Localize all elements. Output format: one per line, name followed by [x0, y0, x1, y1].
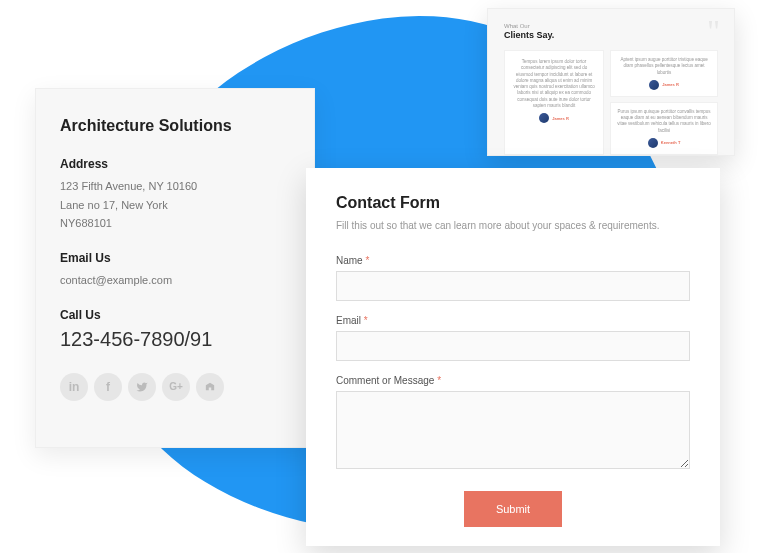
address-line2: Lane no 17, New York — [60, 196, 290, 215]
comment-textarea[interactable] — [336, 391, 690, 469]
contact-form-card: Contact Form Fill this out so that we ca… — [306, 168, 720, 546]
phone-label: Call Us — [60, 308, 290, 322]
facebook-icon[interactable]: f — [94, 373, 122, 401]
quote-icon: " — [707, 15, 720, 47]
testimonials-card: " What Our Clients Say. Tempus lorem ips… — [487, 8, 735, 156]
comment-field-group: Comment or Message * — [336, 375, 690, 473]
testimonial-1-text: Tempus lorem ipsum dolor tortor consecte… — [513, 59, 595, 109]
testimonial-2-text: Aptent ipsum augue porttitor tristique e… — [617, 57, 711, 76]
required-mark: * — [364, 315, 368, 326]
testimonial-1-author: James R — [513, 113, 595, 123]
avatar — [539, 113, 549, 123]
testimonial-1: Tempus lorem ipsum dolor tortor consecte… — [504, 50, 604, 155]
testimonials-title: Clients Say. — [504, 30, 718, 40]
avatar — [648, 138, 658, 148]
phone-value: 123-456-7890/91 — [60, 328, 290, 351]
avatar — [649, 80, 659, 90]
testimonials-header: What Our — [504, 23, 718, 29]
contact-form-title: Contact Form — [336, 194, 690, 212]
email-label: Email Us — [60, 251, 290, 265]
submit-button[interactable]: Submit — [464, 491, 562, 527]
email-value: contact@example.com — [60, 271, 290, 290]
address-section: Address 123 Fifth Avenue, NY 10160 Lane … — [60, 157, 290, 233]
name-field-group: Name * — [336, 255, 690, 301]
required-mark: * — [365, 255, 369, 266]
phone-section: Call Us 123-456-7890/91 — [60, 308, 290, 351]
twitter-icon[interactable] — [128, 373, 156, 401]
contact-form-subtitle: Fill this out so that we can learn more … — [336, 220, 690, 231]
author-name-2: James R — [662, 82, 678, 88]
name-label: Name * — [336, 255, 690, 266]
houzz-icon[interactable] — [196, 373, 224, 401]
email-input[interactable] — [336, 331, 690, 361]
testimonial-2-author: James R — [617, 80, 711, 90]
address-line3: NY688101 — [60, 214, 290, 233]
address-label: Address — [60, 157, 290, 171]
contact-info-card: Architecture Solutions Address 123 Fifth… — [35, 88, 315, 448]
email-section: Email Us contact@example.com — [60, 251, 290, 290]
social-icons-row: in f G+ — [60, 373, 290, 401]
address-line1: 123 Fifth Avenue, NY 10160 — [60, 177, 290, 196]
linkedin-icon[interactable]: in — [60, 373, 88, 401]
author-name-1: James R — [552, 116, 568, 122]
required-mark: * — [437, 375, 441, 386]
testimonial-3-author: Kenneth T — [617, 138, 711, 148]
testimonial-3: Purus ipsum quisque porttitor convallis … — [610, 102, 718, 155]
name-input[interactable] — [336, 271, 690, 301]
comment-label: Comment or Message * — [336, 375, 690, 386]
email-form-label: Email * — [336, 315, 690, 326]
author-name-3: Kenneth T — [661, 140, 681, 146]
googleplus-icon[interactable]: G+ — [162, 373, 190, 401]
testimonial-3-text: Purus ipsum quisque porttitor convallis … — [617, 109, 711, 134]
company-title: Architecture Solutions — [60, 117, 290, 135]
testimonials-grid: Tempus lorem ipsum dolor tortor consecte… — [504, 50, 718, 155]
testimonial-2: Aptent ipsum augue porttitor tristique e… — [610, 50, 718, 97]
email-field-group: Email * — [336, 315, 690, 361]
